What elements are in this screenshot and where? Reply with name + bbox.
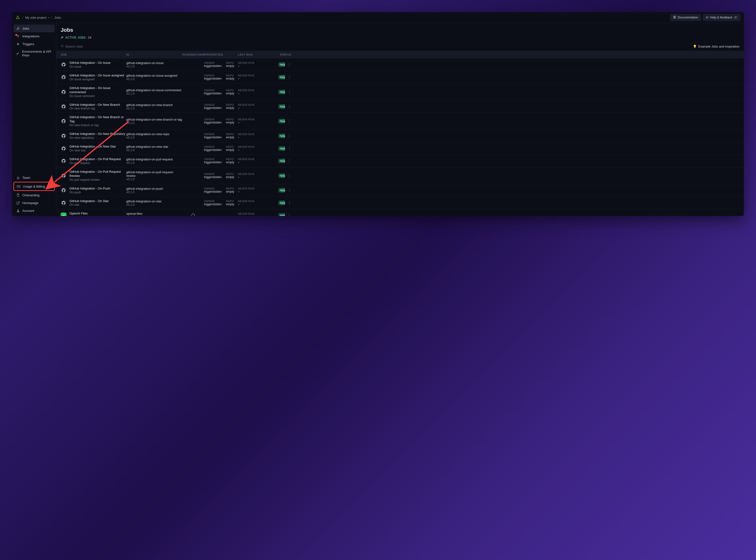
documentation-button[interactable]: Documentation: [670, 14, 701, 21]
row-menu-button[interactable]: ⋮: [288, 213, 291, 216]
external-icon: [16, 201, 20, 205]
job-sub: On pull request: [70, 161, 121, 165]
lastrun-label: NEVER RUN: [238, 103, 277, 106]
bolt-icon: [16, 42, 20, 46]
sidebar-item-environments-api-keys[interactable]: Environments & API Keys: [14, 48, 55, 59]
job-id: github-integration-on-issue-assigned: [126, 74, 182, 77]
job-name: GitHub Integration - On Pull Request: [70, 157, 121, 161]
status-badge: New: [278, 188, 285, 193]
prop-label: REPO: [226, 89, 234, 92]
table-row[interactable]: GitHub Integration - On Issue assignedOn…: [56, 71, 744, 84]
sidebar-item-homepage[interactable]: Homepage: [14, 199, 55, 207]
job-version: v0.1.0: [126, 121, 182, 125]
lastrun-label: NEVER RUN: [238, 118, 277, 121]
sidebar-item-account[interactable]: Account: [14, 207, 55, 215]
help-feedback-button[interactable]: Help & feedback F: [703, 14, 740, 21]
github-icon: [61, 118, 66, 124]
lastrun-label: NEVER RUN: [238, 200, 277, 203]
status-badge: New: [278, 90, 285, 94]
prop-label: OWNER: [204, 187, 222, 190]
job-version: v0.1.0: [126, 178, 182, 181]
github-icon: [61, 89, 66, 95]
table-row[interactable]: GitHub Integration - On New RepositoryOn…: [56, 129, 744, 142]
table-row[interactable]: GitHub Integration - On Issue commentedO…: [56, 84, 744, 100]
job-version: v0.1.0: [126, 203, 182, 206]
search-input[interactable]: Search Jobs: [61, 44, 83, 48]
prop-value: empty: [226, 121, 234, 124]
people-icon: [16, 176, 20, 180]
help-kbd: F: [734, 16, 738, 19]
table-row[interactable]: <>OpenAI FilesEventopenai-filesv0.0.1NEV…: [56, 209, 744, 216]
lastrun-value: –: [238, 77, 277, 80]
prop-value: triggerdotdev: [204, 176, 222, 179]
card-icon: [17, 184, 20, 188]
github-icon: [61, 133, 66, 139]
clipboard-icon: [16, 193, 20, 197]
table-row[interactable]: GitHub Integration - On Pull Request Rev…: [56, 167, 744, 184]
breadcrumb-project[interactable]: My side project: [25, 16, 46, 19]
prop-label: OWNER: [204, 145, 222, 148]
row-menu-button[interactable]: ⋮: [288, 188, 291, 193]
table-row[interactable]: GitHub Integration - On New BranchOn new…: [56, 100, 744, 113]
job-name: GitHub Integration - On New Branch or Ta…: [70, 115, 126, 123]
job-id: github-integration-on-pull-request-revie…: [126, 170, 182, 178]
svg-rect-6: [17, 185, 20, 187]
chevron-down-icon[interactable]: ▾: [48, 16, 50, 19]
row-menu-button[interactable]: ⋮: [288, 75, 291, 80]
key-icon: [16, 52, 20, 55]
row-menu-button[interactable]: ⋮: [288, 201, 291, 205]
job-sub: Event: [70, 216, 88, 216]
sidebar-item-onboarding[interactable]: Onboarding: [14, 191, 55, 199]
svg-text:<>: <>: [62, 214, 65, 216]
table-row[interactable]: GitHub Integration - On IssueOn issuegit…: [56, 59, 744, 71]
job-version: v0.1.0: [126, 107, 182, 110]
table-row[interactable]: GitHub Integration - On New StarOn new s…: [56, 142, 744, 155]
row-menu-button[interactable]: ⋮: [288, 62, 291, 67]
table-row[interactable]: GitHub Integration - On StarOn stargithu…: [56, 197, 744, 209]
prop-value: triggerdotdev: [204, 64, 222, 68]
table-row[interactable]: GitHub Integration - On PushOn pushgithu…: [56, 184, 744, 197]
row-menu-button[interactable]: ⋮: [288, 134, 291, 138]
example-jobs-link[interactable]: 💡 Example Jobs and inspiration: [693, 45, 739, 48]
table-row[interactable]: GitHub Integration - On New Branch or Ta…: [56, 113, 744, 129]
lastrun-value: –: [238, 92, 277, 95]
status-badge: New: [278, 213, 285, 216]
breadcrumb-page[interactable]: Jobs: [54, 16, 61, 19]
github-icon: [61, 104, 66, 109]
job-version: v0.1.0: [126, 77, 182, 81]
sidebar-item-integrations[interactable]: Integrations: [14, 32, 55, 40]
breadcrumb: / My side project ▾ / Jobs: [22, 16, 61, 19]
row-menu-button[interactable]: ⋮: [288, 89, 291, 94]
github-icon: [61, 74, 66, 80]
sidebar-item-usage-billing[interactable]: Usage & Billing: [14, 182, 54, 190]
sidebar-item-team[interactable]: Team: [14, 174, 55, 181]
prop-value: triggerdotdev: [204, 190, 222, 193]
row-menu-button[interactable]: ⋮: [288, 104, 291, 109]
row-menu-button[interactable]: ⋮: [288, 159, 291, 163]
prop-label: REPO: [226, 61, 234, 64]
prop-label: OWNER: [204, 158, 222, 161]
sidebar-item-jobs[interactable]: Jobs: [14, 24, 55, 32]
row-menu-button[interactable]: ⋮: [288, 146, 291, 151]
github-icon: [61, 62, 66, 67]
table-row[interactable]: GitHub Integration - On Pull RequestOn p…: [56, 155, 744, 167]
prop-label: REPO: [226, 173, 234, 176]
lastrun-label: NEVER RUN: [238, 187, 277, 190]
book-icon: [673, 16, 676, 19]
sidebar-item-label: Onboarding: [22, 193, 40, 197]
row-menu-button[interactable]: ⋮: [288, 119, 291, 123]
job-sub: On issue comment: [70, 94, 126, 98]
prop-value: triggerdotdev: [204, 203, 222, 206]
lastrun-value: –: [238, 190, 277, 193]
row-menu-button[interactable]: ⋮: [288, 173, 291, 178]
lastrun-value: –: [238, 176, 277, 179]
svg-point-9: [18, 209, 19, 211]
job-id: github-integration-on-issue-commented: [126, 88, 182, 92]
sidebar-item-label: Homepage: [22, 201, 38, 205]
sidebar-item-triggers[interactable]: Triggers: [14, 40, 55, 48]
prop-value: empty: [226, 136, 234, 139]
job-name: GitHub Integration - On Issue assigned: [70, 74, 124, 78]
job-name: GitHub Integration - On New Star: [70, 145, 116, 149]
job-sub: On pull request review: [70, 178, 126, 181]
prop-value: empty: [226, 161, 234, 164]
